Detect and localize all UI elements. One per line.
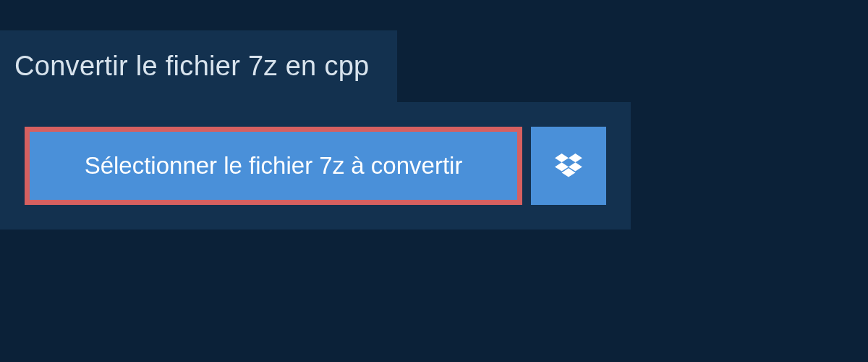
select-file-button[interactable]: Sélectionner le fichier 7z à convertir bbox=[25, 127, 522, 205]
dropbox-button[interactable] bbox=[531, 127, 606, 205]
upload-panel: Sélectionner le fichier 7z à convertir bbox=[0, 102, 631, 230]
dropbox-icon bbox=[555, 153, 582, 178]
header-tab: Convertir le fichier 7z en cpp bbox=[0, 30, 397, 102]
select-file-label: Sélectionner le fichier 7z à convertir bbox=[85, 152, 463, 180]
page-title: Convertir le fichier 7z en cpp bbox=[14, 51, 370, 82]
